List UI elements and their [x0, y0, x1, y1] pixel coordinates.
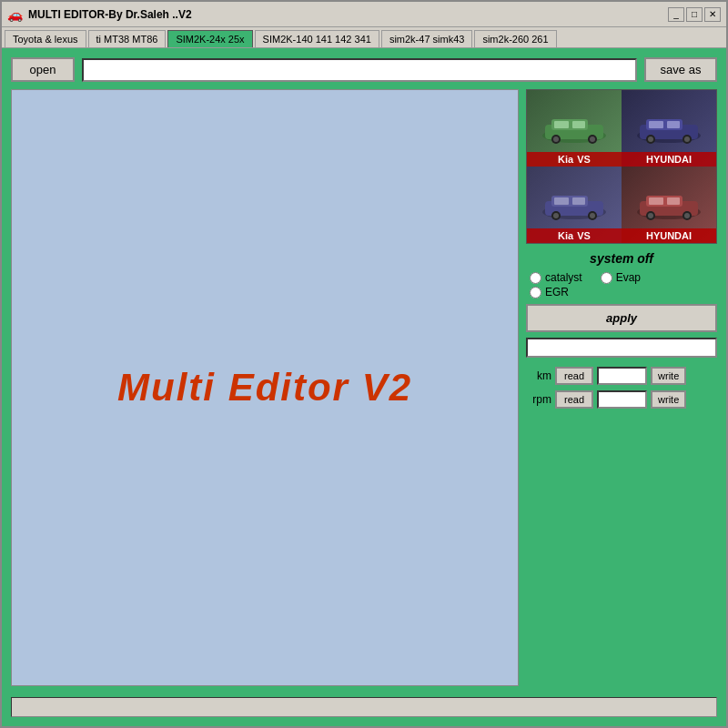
- tab-sim2k-47-simk43[interactable]: sim2k-47 simk43: [381, 30, 473, 47]
- title-bar: 🚗 MULTI EDITOR-By Dr.Saleh ..V2 _ □ ✕: [2, 2, 726, 27]
- toolbar-row: open save as: [11, 57, 717, 82]
- svg-point-17: [684, 136, 690, 142]
- checkboxes-row: catalyst Evap EGR: [526, 271, 717, 298]
- sensor-rows: km read write rpm read write: [526, 367, 717, 409]
- kia-label-bottom: Kia VS: [527, 228, 622, 243]
- rpm-write-button[interactable]: write: [651, 390, 686, 409]
- filepath-input[interactable]: [82, 58, 637, 82]
- km-value-input[interactable]: [597, 367, 647, 385]
- tab-bar: Toyota & lexusti MT38 MT86SIM2K-24x 25xS…: [2, 27, 726, 48]
- catalyst-checkbox-label[interactable]: catalyst: [530, 271, 582, 284]
- saveas-button[interactable]: save as: [644, 57, 717, 82]
- svg-rect-4: [572, 121, 585, 128]
- evap-radio[interactable]: [601, 272, 612, 284]
- kia-label-top: Kia VS: [527, 152, 622, 167]
- svg-rect-22: [572, 197, 585, 205]
- main-window: 🚗 MULTI EDITOR-By Dr.Saleh ..V2 _ □ ✕ To…: [0, 0, 728, 728]
- apply-button[interactable]: apply: [526, 304, 717, 332]
- svg-rect-21: [554, 197, 569, 205]
- car-cell-kia-top: Kia VS: [527, 90, 622, 167]
- tab-sim2k-140-141-142-341[interactable]: SIM2K-140 141 142 341: [255, 30, 379, 47]
- middle-row: Multi Editor V2: [11, 89, 717, 686]
- app-icon: 🚗: [7, 7, 23, 22]
- tab-toyota-&-lexus[interactable]: Toyota & lexus: [5, 30, 86, 47]
- rpm-label: rpm: [526, 393, 551, 406]
- maximize-button[interactable]: □: [686, 7, 703, 22]
- svg-point-6: [553, 136, 559, 142]
- tab-ti-mt38-mt86[interactable]: ti MT38 MT86: [88, 30, 167, 47]
- tab-sim2k-24x-25x[interactable]: SIM2K-24x 25x: [167, 30, 252, 47]
- rpm-row: rpm read write: [526, 390, 717, 409]
- car-image-area: Kia VS: [526, 89, 717, 244]
- car-grid: Kia VS: [527, 90, 716, 243]
- system-off-label: system off: [526, 251, 717, 266]
- svg-rect-31: [667, 197, 680, 205]
- svg-point-33: [648, 213, 653, 218]
- car-cell-hyundai-bottom: HYUNDAI: [622, 167, 716, 243]
- open-button[interactable]: open: [11, 57, 75, 82]
- svg-rect-30: [649, 197, 663, 205]
- svg-point-24: [553, 213, 559, 218]
- hyundai-label-bottom: HYUNDAI: [622, 228, 716, 243]
- editor-watermark: Multi Editor V2: [117, 366, 412, 410]
- right-panel: Kia VS: [526, 89, 717, 686]
- checkbox-line-2: EGR: [530, 286, 717, 298]
- minimize-button[interactable]: _: [668, 7, 684, 22]
- title-bar-left: 🚗 MULTI EDITOR-By Dr.Saleh ..V2: [7, 7, 192, 22]
- km-row: km read write: [526, 367, 717, 385]
- rpm-read-button[interactable]: read: [555, 390, 593, 409]
- window-controls: _ □ ✕: [668, 7, 721, 22]
- svg-point-26: [590, 213, 595, 218]
- apply-input[interactable]: [526, 338, 717, 358]
- svg-rect-3: [554, 121, 569, 128]
- close-button[interactable]: ✕: [704, 7, 721, 22]
- checkbox-line-1: catalyst Evap: [530, 271, 717, 284]
- system-panel: system off catalyst Evap: [526, 251, 717, 409]
- svg-point-35: [684, 213, 690, 218]
- hyundai-car-svg-top: [632, 108, 705, 149]
- svg-point-8: [590, 136, 595, 142]
- egr-checkbox-label[interactable]: EGR: [530, 286, 569, 298]
- editor-area: Multi Editor V2: [11, 89, 519, 686]
- kia-car-svg-bottom: [538, 185, 611, 226]
- status-bar: [11, 697, 717, 717]
- tab-sim2k-260-261[interactable]: sim2k-260 261: [474, 30, 556, 47]
- main-content: open save as Multi Editor V2: [2, 48, 726, 726]
- hyundai-label-top: HYUNDAI: [622, 152, 716, 167]
- catalyst-radio[interactable]: [530, 272, 541, 284]
- evap-checkbox-label[interactable]: Evap: [601, 271, 641, 284]
- km-read-button[interactable]: read: [555, 367, 593, 385]
- car-cell-kia-bottom: Kia VS: [527, 167, 622, 243]
- window-title: MULTI EDITOR-By Dr.Saleh ..V2: [28, 8, 192, 21]
- svg-rect-13: [667, 121, 680, 128]
- rpm-value-input[interactable]: [597, 390, 647, 409]
- km-write-button[interactable]: write: [651, 367, 686, 385]
- km-label: km: [526, 369, 551, 382]
- car-cell-hyundai-top: HYUNDAI: [622, 90, 716, 167]
- hyundai-car-svg-bottom: [632, 185, 705, 226]
- svg-rect-12: [649, 121, 663, 128]
- kia-car-svg-top: [538, 108, 611, 149]
- egr-radio[interactable]: [530, 287, 541, 298]
- svg-point-15: [648, 136, 653, 142]
